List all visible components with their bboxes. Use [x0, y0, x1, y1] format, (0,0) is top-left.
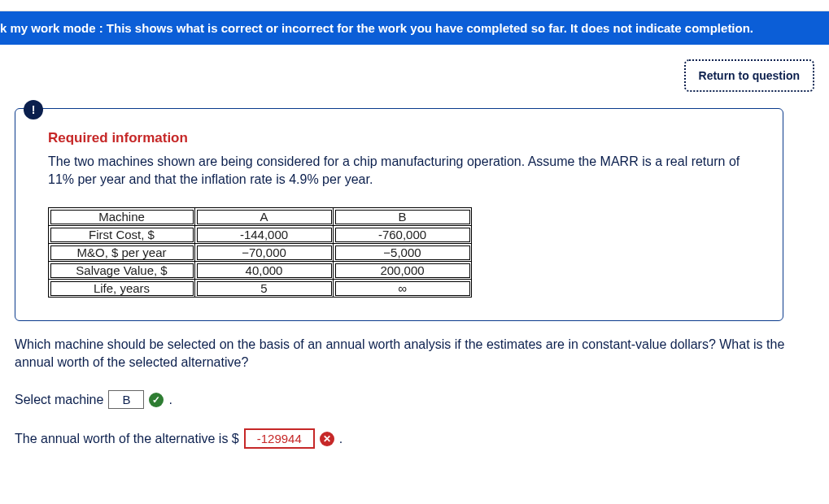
cell-label: First Cost, $ [49, 226, 195, 244]
annual-worth-input[interactable]: -129944 [244, 428, 315, 449]
cell-label: Salvage Value, $ [49, 262, 195, 280]
cell-b: 200,000 [334, 262, 472, 280]
cell-a: 5 [195, 280, 334, 298]
cell-a: −70,000 [195, 244, 334, 262]
check-icon: ✓ [149, 393, 164, 407]
required-heading: Required information [48, 130, 763, 146]
question-text: Which machine should be selected on the … [15, 336, 814, 371]
table-row: First Cost, $ -144,000 -760,000 [49, 226, 472, 244]
machine-table: Machine A B First Cost, $ -144,000 -760,… [48, 207, 472, 298]
top-divider [0, 0, 829, 11]
select-machine-row: Select machine B ✓ . [15, 390, 814, 409]
toolbar: Return to question [0, 45, 829, 98]
required-body: The two machines shown are being conside… [48, 153, 763, 188]
period: . [168, 393, 172, 407]
required-info-card: ! Required information The two machines … [15, 108, 783, 321]
cross-icon: ✕ [320, 432, 334, 446]
table-row: Salvage Value, $ 40,000 200,000 [49, 262, 472, 280]
cell-label: Machine [49, 208, 195, 226]
table-row: Life, years 5 ∞ [49, 280, 472, 298]
cell-b: −5,000 [334, 244, 472, 262]
cell-b: B [334, 208, 472, 226]
cell-label: Life, years [49, 280, 195, 298]
cell-a: A [195, 208, 334, 226]
table-row: M&O, $ per year −70,000 −5,000 [49, 244, 472, 262]
cell-label: M&O, $ per year [49, 244, 195, 262]
mode-banner-text: k my work mode : This shows what is corr… [0, 21, 753, 35]
select-machine-input[interactable]: B [108, 390, 144, 409]
annual-worth-row: The annual worth of the alternative is $… [15, 428, 814, 449]
cell-a: 40,000 [195, 262, 334, 280]
cell-a: -144,000 [195, 226, 334, 244]
cell-b: ∞ [334, 280, 472, 298]
mode-banner: k my work mode : This shows what is corr… [0, 11, 829, 45]
period: . [339, 432, 343, 446]
select-machine-label: Select machine [15, 393, 103, 407]
return-to-question-button[interactable]: Return to question [684, 59, 814, 92]
cell-b: -760,000 [334, 226, 472, 244]
alert-icon: ! [24, 100, 43, 119]
table-row: Machine A B [49, 208, 472, 226]
annual-worth-label: The annual worth of the alternative is $ [15, 432, 239, 446]
